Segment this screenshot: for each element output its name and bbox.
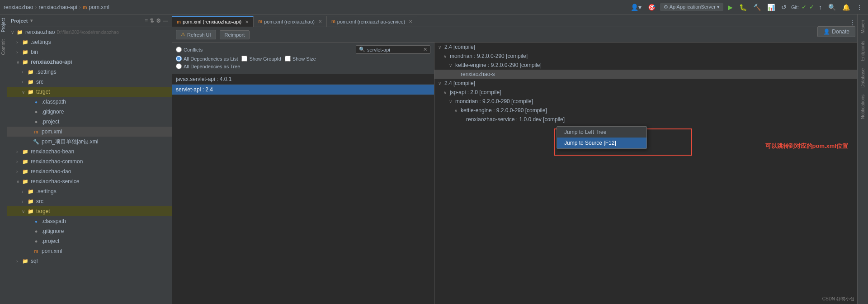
- dep-item-servlet[interactable]: servlet-api : 2.4: [172, 85, 434, 95]
- search-clear-icon[interactable]: ✕: [423, 47, 427, 52]
- tree-common[interactable]: › 📁 renxiaozhao-common: [7, 157, 172, 166]
- settings-icon[interactable]: ⚙: [156, 18, 161, 24]
- build-btn[interactable]: 🔨: [751, 3, 763, 12]
- tree-api-settings[interactable]: › 📁 .settings: [7, 67, 172, 77]
- tree-bean[interactable]: › 📁 renxiaozhao-bean: [7, 147, 172, 157]
- project-label[interactable]: Project: [0, 14, 6, 36]
- tree-settings[interactable]: › 📁 .settings: [7, 37, 172, 47]
- show-groupid-check[interactable]: Show GroupId: [241, 56, 281, 62]
- show-size-input[interactable]: [285, 56, 291, 62]
- project-file-icon: ●: [33, 238, 40, 245]
- close-panel-icon[interactable]: —: [163, 18, 168, 24]
- tree-api-target[interactable]: ∨ 📁 target: [7, 87, 172, 97]
- reimport-btn[interactable]: Reimport: [220, 30, 250, 39]
- commit-label[interactable]: Commit: [0, 36, 6, 58]
- debug-btn[interactable]: 🐛: [737, 3, 749, 12]
- tree-bin[interactable]: › 📁 bin: [7, 47, 172, 57]
- tree-service-src[interactable]: › 📁 src: [7, 196, 172, 206]
- notifications-strip-label[interactable]: Notifications: [859, 91, 866, 123]
- tree-service-pom[interactable]: m pom.xml: [7, 246, 172, 256]
- title-toolbar: 👤▾ 🎯 ⚙ ApiApplicationServer ▾ ▶ 🐛 🔨 📊 ↺ …: [629, 3, 864, 12]
- pom-jar-icon: 🔧: [33, 138, 40, 145]
- tab-close-root[interactable]: ✕: [318, 19, 322, 24]
- git-push-btn[interactable]: ↑: [817, 3, 824, 12]
- tree-dao[interactable]: › 📁 renxiaozhao-dao: [7, 166, 172, 176]
- all-deps-tree-radio-group: All Dependencies as Tree: [176, 63, 240, 69]
- tab-overflow-btn[interactable]: ⋮: [848, 19, 857, 27]
- git-check2: ✓: [809, 4, 814, 10]
- all-deps-list-label: All Dependencies as List: [184, 56, 238, 62]
- notification-btn[interactable]: 🔔: [840, 3, 852, 12]
- profile-btn[interactable]: 👤▾: [629, 3, 643, 12]
- breadcrumb-root[interactable]: renxiaozhao: [4, 4, 33, 10]
- tree-project-file[interactable]: ● .project: [7, 117, 172, 127]
- dep-tree-item[interactable]: ∨ jsp-api : 2.0 [compile]: [434, 88, 857, 97]
- tree-pom-xml-api[interactable]: m pom.xml: [7, 127, 172, 137]
- tree-sql[interactable]: › 📁 sql: [7, 256, 172, 266]
- project-dropdown[interactable]: ▾: [30, 18, 33, 23]
- breadcrumb: renxiaozhao › renxiaozhao-api › m pom.xm…: [4, 4, 109, 10]
- target-btn[interactable]: 🎯: [646, 3, 657, 12]
- tree-pom-jar[interactable]: 🔧 pom_项目单独jar包.xml: [7, 137, 172, 147]
- dep-tree-item[interactable]: ∨ kettle-engine : 9.2.0.0-290 [compile]: [434, 61, 857, 70]
- donate-button[interactable]: 👤 Donate: [817, 26, 855, 37]
- item-label: src: [36, 79, 43, 85]
- all-deps-list-radio[interactable]: [176, 56, 182, 62]
- refresh-ui-btn[interactable]: ⚠ Refresh UI: [176, 30, 216, 39]
- all-deps-tree-radio[interactable]: [176, 63, 182, 69]
- root-label: renxiaozhao: [25, 29, 55, 35]
- tree-api-module[interactable]: ∨ 📁 renxiaozhao-api: [7, 57, 172, 67]
- show-groupid-input[interactable]: [241, 56, 247, 62]
- ctx-jump-source[interactable]: Jump to Source [F12]: [557, 138, 646, 148]
- donate-icon: 👤: [823, 28, 830, 35]
- item-label: .project: [42, 238, 59, 244]
- service-folder-icon: 📁: [22, 178, 29, 185]
- settings-overflow-btn[interactable]: ⋮: [854, 3, 864, 12]
- dep-tree-item[interactable]: ∨ 2.4 [compile]: [434, 79, 857, 88]
- breadcrumb-module[interactable]: renxiaozhao-api: [38, 4, 77, 10]
- tree-service-gitignore[interactable]: ● .gitignore: [7, 226, 172, 236]
- dep-tree-item[interactable]: ∨ 2.4 [compile]: [434, 43, 857, 52]
- item-label: .classpath: [42, 218, 66, 224]
- conflicts-radio[interactable]: [176, 47, 182, 52]
- folder-icon: 📁: [22, 168, 29, 175]
- run-btn[interactable]: ▶: [726, 3, 735, 12]
- coverage-btn[interactable]: 📊: [765, 3, 777, 12]
- dep-tree-renxiaozhao-s[interactable]: renxiaozhao-s: [434, 70, 857, 79]
- breadcrumb-file: pom.xml: [89, 4, 109, 10]
- item-label: .gitignore: [42, 228, 64, 234]
- tree-service-settings[interactable]: › 📁 .settings: [7, 186, 172, 196]
- api-server-dropdown[interactable]: ⚙ ApiApplicationServer ▾: [660, 3, 723, 11]
- tree-api-src[interactable]: › 📁 src: [7, 77, 172, 87]
- tree-gitignore[interactable]: ● .gitignore: [7, 107, 172, 117]
- tab-pom-service[interactable]: m pom.xml (renxiaozhao-service) ✕: [327, 16, 417, 27]
- ctx-jump-left-tree[interactable]: Jump to Left Tree: [557, 127, 646, 138]
- show-size-check[interactable]: Show Size: [285, 56, 316, 62]
- expand-icon[interactable]: ⇅: [150, 18, 154, 24]
- search-btn[interactable]: 🔍: [826, 3, 838, 12]
- search-input[interactable]: [367, 47, 421, 52]
- tab-pom-root[interactable]: m pom.xml (renxiaozhao) ✕: [254, 16, 327, 27]
- tree-service-classpath[interactable]: ● .classpath: [7, 216, 172, 226]
- tree-service-module[interactable]: ∨ 📁 renxiaozhao-service: [7, 176, 172, 186]
- dep-tree-item[interactable]: ∨ mondrian : 9.2.0.0-290 [compile]: [434, 52, 857, 61]
- tab-close-api[interactable]: ✕: [245, 19, 249, 24]
- tree-root[interactable]: ∨ 📁 renxiaozhao D:\files\2024\code\renxi…: [7, 27, 172, 37]
- dep-tree-item[interactable]: ∨ mondrian : 9.2.0.0-290 [compile]: [434, 97, 857, 106]
- dep-tree-service-item[interactable]: renxiaozhao-service : 1.0.0.dev [compile…: [434, 115, 857, 124]
- database-strip-label[interactable]: Database: [859, 65, 866, 91]
- title-bar: renxiaozhao › renxiaozhao-api › m pom.xm…: [0, 0, 868, 14]
- tab-pom-api[interactable]: m pom.xml (renxiaozhao-api) ✕: [172, 16, 254, 27]
- reload-btn[interactable]: ↺: [779, 3, 788, 12]
- tab-close-service[interactable]: ✕: [409, 19, 412, 24]
- endpoints-strip-label[interactable]: Endpoints: [859, 37, 866, 64]
- root-folder-icon: 📁: [16, 28, 24, 36]
- tree-service-target[interactable]: ∨ 📁 target: [7, 206, 172, 216]
- maven-strip-label[interactable]: Maven: [859, 16, 866, 37]
- tree-classpath[interactable]: ● .classpath: [7, 97, 172, 107]
- dep-tree-item[interactable]: ∨ kettle-engine : 9.2.0.0-290 [compile]: [434, 106, 857, 115]
- dep-item-javax[interactable]: javax.servlet-api : 4.0.1: [172, 74, 434, 85]
- item-label: pom_项目单独jar包.xml: [42, 138, 98, 146]
- collapse-all-icon[interactable]: ≡: [145, 18, 148, 24]
- tree-service-project[interactable]: ● .project: [7, 236, 172, 246]
